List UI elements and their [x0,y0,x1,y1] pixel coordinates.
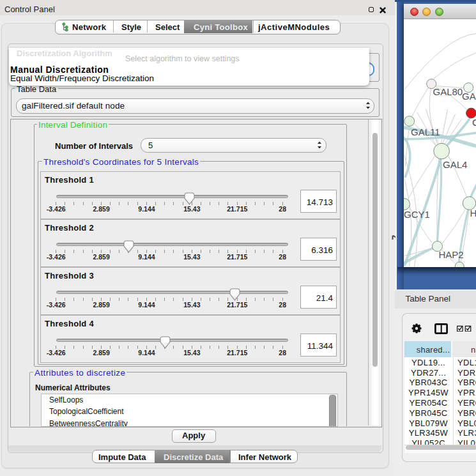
svg-text:GAL11: GAL11 [411,127,440,137]
svg-text:GAL4: GAL4 [443,158,467,169]
svg-text:C: C [472,117,476,128]
svg-text:GA: GA [462,91,476,102]
svg-text:H: H [470,208,476,219]
svg-text:GAL80: GAL80 [433,86,463,97]
svg-text:HAP2: HAP2 [438,249,463,260]
svg-text:GCY1: GCY1 [404,208,430,219]
